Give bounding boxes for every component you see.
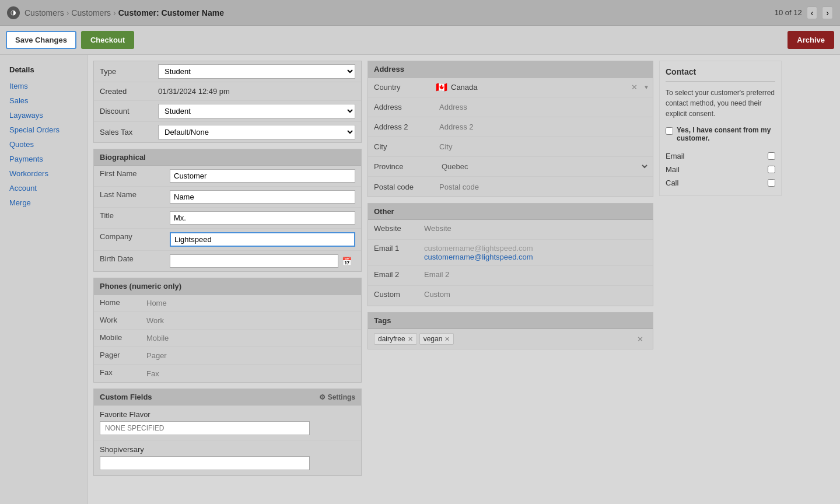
city-value: [432, 138, 653, 155]
custom-fields-title: Custom Fields: [100, 393, 152, 401]
country-text: Canada: [451, 83, 628, 92]
phone-pager-label: Pager: [94, 347, 141, 364]
phone-work-input[interactable]: [141, 312, 361, 329]
website-input[interactable]: [421, 220, 653, 237]
address2-input[interactable]: [436, 121, 649, 133]
contact-title: Contact: [666, 67, 775, 82]
tags-clear-button[interactable]: ✕: [634, 335, 647, 344]
sidebar-details-label: Details: [0, 62, 87, 79]
archive-button[interactable]: Archive: [788, 31, 834, 49]
sidebar-item-payments[interactable]: Payments: [0, 152, 87, 166]
company-row: Company: [94, 229, 361, 251]
custom-field-name-1: Favorite Flavor: [100, 410, 355, 419]
phone-home-row: Home: [94, 295, 361, 312]
country-clear-button[interactable]: ✕: [631, 83, 638, 92]
sidebar-item-layaways[interactable]: Layaways: [0, 108, 87, 123]
phone-mobile-row: Mobile: [94, 330, 361, 347]
discount-select[interactable]: Student Default None: [158, 104, 355, 118]
custom-field-favorite-flavor: Favorite Flavor: [94, 405, 361, 440]
created-row: Created 01/31/2024 12:49 pm: [94, 82, 361, 101]
email2-input[interactable]: [421, 266, 653, 283]
sidebar-item-items[interactable]: Items: [0, 79, 87, 93]
phone-pager-input[interactable]: [141, 347, 361, 364]
custom-fields-header: Custom Fields ⚙ Settings: [94, 389, 361, 405]
last-name-input[interactable]: [170, 190, 355, 204]
tag-dairyfree-remove[interactable]: ✕: [408, 335, 413, 343]
custom-label: Custom: [368, 286, 421, 303]
address-header: Address: [368, 61, 653, 78]
country-row: Country 🇨🇦 Canada ✕ ▼: [368, 78, 653, 97]
sidebar-item-workorders[interactable]: Workorders: [0, 166, 87, 181]
address-row: Address: [368, 97, 653, 117]
sidebar-item-merge[interactable]: Merge: [0, 195, 87, 210]
type-row: Type Student Default VIP: [94, 61, 361, 82]
sales-tax-select[interactable]: Default/None Standard Exempt: [158, 125, 355, 139]
consent-checkbox[interactable]: [666, 127, 673, 135]
sales-tax-value: Default/None Standard Exempt: [158, 125, 355, 139]
custom-field-input-2[interactable]: [100, 456, 310, 470]
province-select[interactable]: Quebec Ontario British Columbia Alberta …: [436, 160, 649, 173]
pagination: 10 of 12 ‹ ›: [775, 6, 833, 19]
contact-method-call-label: Call: [666, 178, 678, 187]
phone-fax-input[interactable]: [141, 365, 361, 382]
phones-header: Phones (numeric only): [94, 278, 361, 295]
email1-confirmed-link[interactable]: customername@lightspeed.com: [424, 253, 649, 261]
contact-mail-checkbox[interactable]: [768, 166, 775, 173]
biographical-section: Biographical First Name Last Name Title: [93, 149, 362, 272]
sidebar-item-sales[interactable]: Sales: [0, 93, 87, 108]
company-input[interactable]: [170, 232, 355, 247]
postal-input[interactable]: [436, 181, 649, 193]
phone-home-label: Home: [94, 295, 141, 312]
sidebar-item-special-orders[interactable]: Special Orders: [0, 123, 87, 137]
custom-fields-settings[interactable]: ⚙ Settings: [319, 393, 355, 401]
country-caret-icon[interactable]: ▼: [643, 84, 649, 90]
sidebar-item-account[interactable]: Account: [0, 181, 87, 195]
contact-call-checkbox[interactable]: [768, 179, 775, 187]
phone-mobile-input[interactable]: [141, 330, 361, 346]
custom-field-input-1[interactable]: [100, 421, 310, 435]
country-value: 🇨🇦 Canada ✕ ▼: [432, 79, 653, 95]
phone-work-row: Work: [94, 312, 361, 330]
title-row: Title: [94, 208, 361, 229]
sidebar: Details Items Sales Layaways Special Ord…: [0, 55, 88, 504]
custom-input[interactable]: [421, 286, 653, 303]
phone-home-input[interactable]: [141, 295, 361, 312]
contact-email-checkbox[interactable]: [768, 152, 775, 160]
breadcrumb-customers2[interactable]: Customers: [71, 8, 111, 18]
first-name-input[interactable]: [170, 169, 355, 183]
save-changes-button[interactable]: Save Changes: [6, 31, 76, 49]
checkout-button[interactable]: Checkout: [81, 31, 134, 49]
contact-method-mail: Mail: [666, 163, 775, 176]
main-layout: Details Items Sales Layaways Special Ord…: [0, 55, 840, 504]
created-value: 01/31/2024 12:49 pm: [158, 87, 355, 96]
tag-vegan: vegan ✕: [419, 333, 454, 345]
consent-row: Yes, I have consent from my customer.: [666, 126, 775, 142]
tag-vegan-label: vegan: [424, 335, 443, 343]
custom-row: Custom: [368, 286, 653, 306]
sales-tax-row: Sales Tax Default/None Standard Exempt: [94, 122, 361, 142]
company-value: [164, 229, 361, 250]
sidebar-item-quotes[interactable]: Quotes: [0, 137, 87, 152]
tag-vegan-remove[interactable]: ✕: [444, 335, 450, 343]
city-input[interactable]: [436, 141, 649, 153]
birth-date-input[interactable]: [170, 254, 338, 268]
phone-mobile-label: Mobile: [94, 330, 141, 346]
phone-fax-row: Fax: [94, 365, 361, 382]
sales-tax-label: Sales Tax: [100, 128, 158, 136]
prev-button[interactable]: ‹: [807, 6, 818, 19]
calendar-icon[interactable]: 📅: [338, 255, 355, 268]
contact-method-mail-label: Mail: [666, 165, 680, 174]
next-button[interactable]: ›: [822, 6, 833, 19]
phone-fax-label: Fax: [94, 365, 141, 382]
address-column: Address Country 🇨🇦 Canada ✕ ▼ Address: [368, 61, 653, 498]
title-input[interactable]: [170, 211, 355, 225]
breadcrumb-customers1[interactable]: Customers: [24, 8, 64, 18]
address2-label: Address 2: [368, 119, 432, 135]
first-name-value: [164, 166, 361, 186]
address-input[interactable]: [436, 101, 649, 113]
email1-row: Email 1 customername@lightspeed.com cust…: [368, 240, 653, 266]
pagination-label: 10 of 12: [775, 8, 802, 17]
address-section: Address Country 🇨🇦 Canada ✕ ▼ Address: [368, 61, 653, 197]
first-name-label: First Name: [94, 166, 164, 186]
type-select[interactable]: Student Default VIP: [158, 64, 355, 79]
